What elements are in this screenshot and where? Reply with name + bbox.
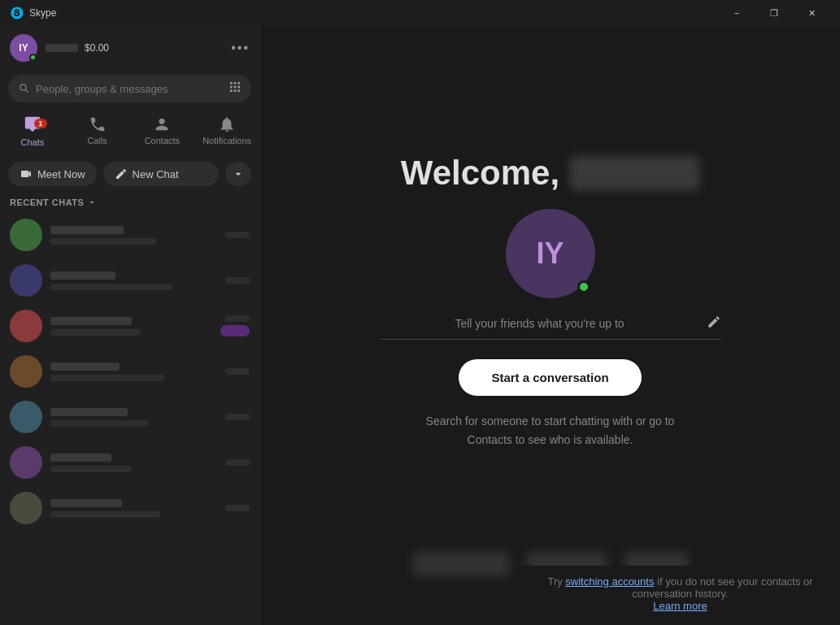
nav-tabs: 1 Chats Calls Contacts Notific: [0, 107, 259, 155]
profile-balance: $0.00: [85, 42, 109, 54]
avatar: [10, 219, 42, 251]
action-buttons: Meet Now New Chat: [0, 155, 259, 193]
chat-info: [50, 408, 217, 427]
app-title: Skype: [29, 7, 56, 19]
profile-header: IY $0.00 •••: [0, 26, 259, 70]
chevron-down-icon: [232, 167, 245, 180]
chat-preview-blur: [50, 238, 156, 245]
skype-icon: [10, 6, 24, 20]
profile-name-blur: [46, 44, 78, 52]
chat-name-blur: [50, 226, 124, 234]
chat-time-blur: [225, 414, 250, 420]
new-contact-icon[interactable]: [228, 80, 242, 97]
chats-badge: 1: [34, 119, 47, 128]
new-chat-dropdown-button[interactable]: [225, 162, 251, 186]
svg-rect-0: [230, 82, 233, 85]
edit-icon: [115, 167, 128, 180]
learn-more-link[interactable]: Learn more: [537, 600, 824, 612]
avatar: [10, 446, 42, 479]
main-avatar-initials: IY: [536, 237, 564, 271]
status-input-row: Tell your friends what you're up to: [380, 315, 721, 340]
chat-time-blur: [225, 315, 250, 322]
svg-rect-5: [237, 86, 240, 89]
chat-preview-blur: [50, 375, 164, 381]
search-icon: [18, 82, 29, 96]
tab-calls-label: Calls: [87, 136, 107, 145]
svg-rect-7: [234, 89, 237, 92]
avatar: [10, 401, 42, 433]
tab-chats-label: Chats: [21, 137, 45, 147]
avatar: [10, 492, 42, 524]
welcome-prefix: Welcome,: [401, 154, 559, 193]
window-controls: − ❐ ✕: [718, 0, 830, 26]
list-item[interactable]: [0, 349, 259, 394]
hint-line2: Contacts to see who is available.: [468, 433, 633, 446]
main-content: Welcome, IY Tell your friends what you'r…: [260, 26, 840, 625]
list-item[interactable]: [0, 303, 259, 349]
search-input[interactable]: [36, 83, 222, 95]
chat-name-blur: [50, 454, 111, 462]
chat-info: [50, 454, 217, 472]
tab-contacts[interactable]: Contacts: [130, 111, 195, 152]
profile-initials: IY: [19, 42, 28, 54]
chat-time-blur: [225, 277, 250, 284]
tab-notifications-label: Notifications: [202, 136, 251, 145]
list-item[interactable]: [0, 212, 259, 258]
switching-accounts-link[interactable]: switching accounts: [565, 575, 654, 588]
list-item[interactable]: [0, 440, 259, 485]
app-logo: Skype: [10, 6, 718, 20]
list-item[interactable]: [0, 258, 259, 303]
avatar: [10, 355, 42, 388]
svg-rect-2: [237, 82, 240, 85]
chat-time-blur: [225, 459, 250, 466]
meet-now-button[interactable]: Meet Now: [8, 162, 97, 186]
close-button[interactable]: ✕: [793, 0, 830, 26]
chat-name-blur: [50, 362, 120, 371]
recent-chats-label: RECENT CHATS: [10, 197, 84, 207]
list-item[interactable]: [0, 394, 259, 440]
chevron-down-icon: [87, 197, 97, 207]
tab-calls[interactable]: Calls: [65, 111, 130, 152]
chat-name-blur: [50, 408, 128, 416]
video-icon: [20, 167, 33, 180]
chat-name-blur: [50, 317, 132, 325]
search-bar[interactable]: [8, 75, 251, 102]
chat-list: [0, 212, 259, 625]
tab-contacts-label: Contacts: [145, 136, 180, 145]
svg-rect-3: [230, 86, 233, 89]
chat-preview-blur: [50, 511, 160, 518]
footer-try-text: Try: [547, 575, 565, 588]
start-conversation-button[interactable]: Start a conversation: [459, 359, 641, 396]
profile-info: $0.00: [46, 42, 223, 54]
recent-chats-header[interactable]: RECENT CHATS: [0, 193, 259, 212]
profile-avatar[interactable]: IY: [10, 34, 37, 62]
welcome-section: Welcome, IY Tell your friends what you'r…: [380, 154, 721, 449]
more-options-button[interactable]: •••: [231, 41, 250, 55]
chat-info: [50, 226, 217, 245]
tab-notifications[interactable]: Notifications: [194, 111, 259, 152]
new-chat-button[interactable]: New Chat: [103, 162, 219, 186]
maximize-button[interactable]: ❐: [755, 0, 793, 26]
svg-rect-4: [234, 86, 237, 89]
chat-preview-blur: [50, 420, 148, 427]
chat-name-blur: [50, 499, 122, 507]
list-item[interactable]: [0, 485, 259, 531]
chat-info: [50, 362, 217, 381]
svg-rect-1: [234, 82, 237, 85]
chat-time-blur: [225, 232, 250, 238]
sidebar: IY $0.00 •••: [0, 26, 260, 625]
chat-preview-blur: [50, 284, 172, 290]
tab-chats[interactable]: 1 Chats: [0, 111, 65, 152]
footer-suffix: if you do not see your contacts or conve…: [632, 575, 812, 600]
conversation-hint: Search for someone to start chatting wit…: [426, 412, 675, 449]
new-chat-label: New Chat: [133, 168, 179, 180]
svg-rect-8: [237, 89, 240, 92]
bottom-bar: Try switching accounts if you do not see…: [520, 566, 840, 625]
chat-info: [50, 499, 217, 518]
titlebar: Skype − ❐ ✕: [0, 0, 840, 26]
minimize-button[interactable]: −: [718, 0, 755, 26]
chat-name-blur: [50, 271, 115, 280]
chat-preview-blur: [50, 466, 132, 472]
main-avatar-container[interactable]: IY: [506, 209, 595, 298]
edit-status-icon[interactable]: [707, 315, 721, 332]
